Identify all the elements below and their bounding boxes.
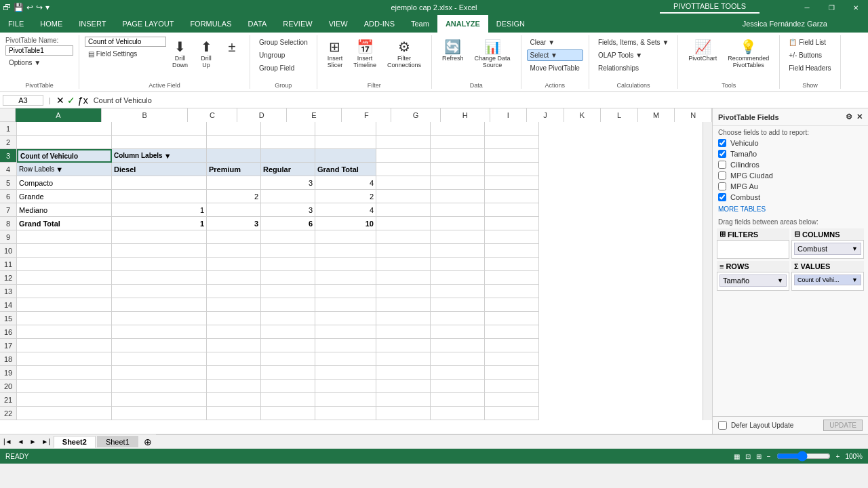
hscrollbar[interactable] [156, 434, 868, 449]
sheet-nav-next[interactable]: ► [27, 437, 38, 446]
cell-G10[interactable] [431, 244, 485, 258]
cell-A16[interactable] [17, 325, 112, 339]
cell-G22[interactable] [431, 407, 485, 420]
cell-A21[interactable] [17, 393, 112, 407]
cell-D2[interactable] [261, 136, 315, 149]
cell-E14[interactable] [315, 298, 376, 312]
cell-C19[interactable] [207, 366, 261, 380]
row-11[interactable]: 11 [0, 258, 17, 271]
cell-A15[interactable] [17, 312, 112, 325]
tab-addins[interactable]: ADD-INS [356, 15, 403, 33]
cell-F12[interactable] [376, 271, 431, 285]
move-pivot-btn[interactable]: Move PivotTable [527, 62, 583, 74]
redo-icon[interactable]: ↪ [36, 3, 43, 12]
cell-B9[interactable] [112, 230, 207, 244]
cell-F10[interactable] [376, 244, 431, 258]
cell-A11[interactable] [17, 258, 112, 271]
cell-E2[interactable] [315, 136, 376, 149]
cell-F13[interactable] [376, 285, 431, 298]
cell-D1[interactable] [261, 122, 315, 136]
zoom-slider[interactable] [776, 451, 831, 462]
cell-H22[interactable] [485, 407, 539, 420]
cell-D19[interactable] [261, 366, 315, 380]
tab-design[interactable]: DESIGN [488, 15, 533, 33]
cell-C20[interactable] [207, 380, 261, 393]
cell-E16[interactable] [315, 325, 376, 339]
sheet-nav-last[interactable]: ►| [39, 437, 52, 446]
save-icon[interactable]: 💾 [14, 3, 24, 12]
cell-H19[interactable] [485, 366, 539, 380]
field-checkbox-combust[interactable] [718, 193, 726, 201]
cell-F4[interactable] [376, 163, 431, 176]
cell-G5[interactable] [431, 176, 485, 190]
row-22[interactable]: 22 [0, 407, 17, 420]
cell-D5[interactable]: 3 [261, 176, 315, 190]
cell-G12[interactable] [431, 271, 485, 285]
insert-function-icon[interactable]: ƒx [78, 95, 88, 106]
cell-E7[interactable]: 4 [315, 203, 376, 217]
cell-C22[interactable] [207, 407, 261, 420]
col-header-I[interactable]: I [490, 108, 528, 122]
cell-G19[interactable] [431, 366, 485, 380]
cell-A17[interactable] [17, 339, 112, 352]
cell-G20[interactable] [431, 380, 485, 393]
cell-B14[interactable] [112, 298, 207, 312]
cell-G2[interactable] [431, 136, 485, 149]
cell-B21[interactable] [112, 393, 207, 407]
cell-F16[interactable] [376, 325, 431, 339]
cell-H7[interactable] [485, 203, 539, 217]
row-5[interactable]: 5 [0, 176, 17, 190]
cell-D6[interactable] [261, 190, 315, 203]
cell-G1[interactable] [431, 122, 485, 136]
tab-file[interactable]: FILE [0, 15, 32, 33]
field-item-tamano[interactable]: Tamaño [713, 148, 868, 159]
cell-H12[interactable] [485, 271, 539, 285]
col-header-G[interactable]: G [391, 108, 441, 122]
filter-connections-btn[interactable]: ⚙ FilterConnections [382, 37, 426, 70]
cell-G11[interactable] [431, 258, 485, 271]
row-13[interactable]: 13 [0, 285, 17, 298]
update-button[interactable]: UPDATE [823, 420, 863, 431]
cell-A22[interactable] [17, 407, 112, 420]
fields-items-sets-btn[interactable]: Fields, Items, & Sets ▼ [595, 37, 672, 48]
cell-C7[interactable] [207, 203, 261, 217]
cell-D3[interactable] [261, 149, 315, 163]
value-item-count-dropdown[interactable]: ▼ [852, 277, 858, 283]
row-14[interactable]: 14 [0, 298, 17, 312]
field-checkbox-cilindros[interactable] [718, 161, 726, 169]
cell-F2[interactable] [376, 136, 431, 149]
cell-G9[interactable] [431, 230, 485, 244]
cell-F7[interactable] [376, 203, 431, 217]
tab-team[interactable]: Team [403, 15, 437, 33]
cell-C8[interactable]: 3 [207, 217, 261, 230]
cell-B17[interactable] [112, 339, 207, 352]
cell-G7[interactable] [431, 203, 485, 217]
undo-icon[interactable]: ↩ [26, 3, 33, 12]
olap-tools-btn[interactable]: OLAP Tools ▼ [595, 49, 672, 61]
cell-D22[interactable] [261, 407, 315, 420]
cell-E21[interactable] [315, 393, 376, 407]
zoom-out-icon[interactable]: − [767, 453, 771, 460]
insert-slicer-btn[interactable]: ⊞ InsertSlicer [323, 37, 348, 70]
cell-E9[interactable] [315, 230, 376, 244]
cell-F17[interactable] [376, 339, 431, 352]
cell-B8[interactable]: 1 [112, 217, 207, 230]
value-item-count[interactable]: Count of Vehi... ▼ [794, 274, 861, 285]
cell-F21[interactable] [376, 393, 431, 407]
cell-A18[interactable] [17, 352, 112, 366]
row-3[interactable]: 3 [0, 149, 17, 163]
row-7[interactable]: 7 [0, 203, 17, 217]
cell-C13[interactable] [207, 285, 261, 298]
recommended-pt-btn[interactable]: 💡 RecommendedPivotTables [723, 37, 774, 70]
cell-D9[interactable] [261, 230, 315, 244]
cell-D16[interactable] [261, 325, 315, 339]
cell-H18[interactable] [485, 352, 539, 366]
cell-F22[interactable] [376, 407, 431, 420]
cell-B6[interactable] [112, 190, 207, 203]
pt-options-btn[interactable]: Options ▼ [5, 57, 73, 68]
cell-A8[interactable]: Grand Total [17, 217, 112, 230]
tab-insert[interactable]: INSERT [71, 15, 114, 33]
cell-B2[interactable] [112, 136, 207, 149]
cell-D7[interactable]: 3 [261, 203, 315, 217]
cell-C11[interactable] [207, 258, 261, 271]
